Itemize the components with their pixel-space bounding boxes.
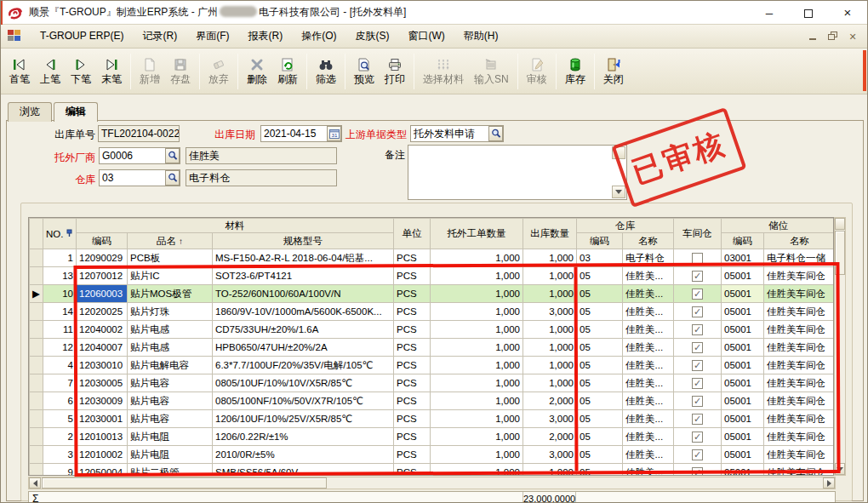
cell-material-name[interactable]: 贴片IC [128, 267, 213, 285]
minimize-button[interactable]: – [750, 1, 789, 25]
cell-unit[interactable]: PCS [394, 428, 431, 446]
cell-spec[interactable]: HPB0650/47UH/±20%/2A [213, 339, 394, 357]
mdi-close-button[interactable]: ✕ [847, 31, 859, 42]
cell-unit[interactable]: PCS [394, 321, 431, 339]
cell-location-code[interactable]: 05001 [722, 321, 764, 339]
workshop-checkbox[interactable]: ✓ [692, 414, 703, 425]
cell-spec[interactable]: 1206/10UF/10%/25V/X5R/85℃ [213, 410, 394, 428]
table-row[interactable]: 412030010贴片电解电容6.3*7.7/100UF/20%/35V/电解/… [30, 357, 835, 374]
row-selector-cell[interactable] [30, 428, 43, 446]
cell-material-code[interactable]: 12020025 [77, 303, 128, 321]
workshop-checkbox[interactable]: ✓ [692, 449, 703, 460]
cell-unit[interactable]: PCS [394, 285, 431, 303]
cell-location-code[interactable]: 05001 [722, 374, 764, 392]
cell-warehouse-code[interactable]: 05 [577, 392, 623, 410]
workshop-checkbox[interactable]: ✓ [692, 378, 703, 389]
cell-out-qty[interactable]: 3,000 [523, 303, 577, 321]
cell-location-name[interactable]: 佳胜美车间仓 [764, 392, 835, 410]
cell-location-code[interactable]: 03001 [722, 249, 764, 267]
warehouse-code-field[interactable]: 03 [99, 169, 180, 186]
cell-location-name[interactable]: 佳胜美车间仓 [764, 303, 835, 321]
workshop-checkbox[interactable]: ✓ [692, 324, 703, 335]
cell-workshop[interactable]: ✓ [674, 464, 722, 477]
cell-warehouse-name[interactable]: 电子料仓 [623, 249, 674, 267]
cell-no[interactable]: 1 [43, 249, 77, 267]
menu-item-3[interactable]: 报表(R) [238, 30, 292, 42]
cell-location-code[interactable]: 05001 [722, 285, 764, 303]
toolbar-button-prev[interactable]: 上笔 [35, 51, 66, 92]
table-row[interactable]: 1312070012贴片ICSOT23-6/PT4121PCS1,0001,00… [30, 267, 835, 285]
cell-warehouse-code[interactable]: 05 [577, 428, 623, 446]
vendor-code-field[interactable]: G0006 [99, 147, 180, 164]
workshop-checkbox[interactable]: ✓ [692, 342, 703, 353]
row-selector-cell[interactable] [30, 446, 43, 464]
cell-warehouse-code[interactable]: 05 [577, 357, 623, 374]
grid-horizontal-scrollbar[interactable] [28, 477, 836, 489]
cell-out-qty[interactable]: 1,000 [523, 285, 577, 303]
cell-material-name[interactable]: 贴片电感 [128, 339, 213, 357]
toolbar-button-stock[interactable]: 库存 [560, 51, 591, 92]
cell-no[interactable]: 5 [43, 410, 77, 428]
cell-order-qty[interactable]: 1,000 [431, 321, 523, 339]
cell-warehouse-name[interactable]: 佳胜美... [623, 285, 674, 303]
cell-material-name[interactable]: PCB板 [128, 249, 213, 267]
cell-no[interactable]: 13 [43, 267, 77, 285]
cell-workshop[interactable]: ✓ [674, 410, 722, 428]
out-date-field[interactable]: 2021-04-15 31 [260, 125, 342, 142]
table-row[interactable]: 112090029PCB板MS-F150-A2-R-L 2018-06-04/铝… [30, 249, 835, 267]
cell-location-code[interactable]: 05001 [722, 339, 764, 357]
toolbar-button-preview[interactable]: 预览 [349, 51, 380, 92]
cell-location-code[interactable]: 05001 [722, 464, 764, 477]
row-selector-cell[interactable] [30, 267, 43, 285]
workshop-checkbox[interactable]: ✓ [692, 271, 703, 282]
row-selector-cell[interactable]: ▶ [30, 285, 43, 303]
menu-item-2[interactable]: 界面(F) [186, 30, 238, 42]
workshop-checkbox[interactable]: ✓ [692, 396, 703, 407]
row-selector-cell[interactable] [30, 249, 43, 267]
toolbar-button-refresh[interactable]: 刷新 [272, 51, 303, 92]
cell-warehouse-name[interactable]: 佳胜美... [623, 303, 674, 321]
cell-no[interactable]: 6 [43, 392, 77, 410]
cell-workshop[interactable]: ✓ [674, 321, 722, 339]
cell-out-qty[interactable]: 2,000 [523, 428, 577, 446]
workshop-checkbox[interactable]: ✓ [692, 306, 703, 317]
cell-out-qty[interactable]: 1,000 [523, 374, 577, 392]
cell-warehouse-name[interactable]: 佳胜美... [623, 321, 674, 339]
cell-location-code[interactable]: 05001 [722, 428, 764, 446]
cell-spec[interactable]: 6.3*7.7/100UF/20%/35V/电解/105℃ [213, 357, 394, 374]
cell-unit[interactable]: PCS [394, 339, 431, 357]
cell-spec[interactable]: 0805/10UF/10%/10V/X5R/85℃ [213, 374, 394, 392]
cell-unit[interactable]: PCS [394, 374, 431, 392]
table-row[interactable]: 612030009贴片电容0805/100NF/10%/50V/X7R/105℃… [30, 392, 835, 410]
scroll-up-icon[interactable] [835, 218, 845, 230]
cell-material-name[interactable]: 贴片电阻 [128, 446, 213, 464]
cell-order-qty[interactable]: 1,000 [431, 374, 523, 392]
cell-out-qty[interactable]: 1,000 [523, 357, 577, 374]
cell-unit[interactable]: PCS [394, 249, 431, 267]
cell-no[interactable]: 9 [43, 464, 77, 477]
cell-spec[interactable]: 1206/0.22R/±1% [213, 428, 394, 446]
cell-workshop[interactable]: ✓ [674, 303, 722, 321]
row-selector-cell[interactable] [30, 374, 43, 392]
scroll-left-icon[interactable] [29, 477, 41, 489]
cell-location-name[interactable]: 佳胜美车间仓 [764, 285, 835, 303]
cell-warehouse-code[interactable]: 05 [577, 303, 623, 321]
cell-unit[interactable]: PCS [394, 464, 431, 477]
row-selector-cell[interactable] [30, 303, 43, 321]
maximize-button[interactable] [789, 1, 828, 25]
table-row[interactable]: 1412020025贴片灯珠1860/9V-10V/1000mA/5600K-6… [30, 303, 835, 321]
cell-out-qty[interactable]: 1,000 [523, 464, 577, 477]
table-row[interactable]: 312010002贴片电阻2010/0R/±5%PCS1,0003,00005佳… [30, 446, 835, 464]
toolbar-button-print[interactable]: 打印 [380, 51, 410, 92]
cell-location-code[interactable]: 05001 [722, 267, 764, 285]
cell-warehouse-code[interactable]: 03 [577, 249, 623, 267]
table-row[interactable]: 512030001贴片电容1206/10UF/10%/25V/X5R/85℃PC… [30, 410, 835, 428]
cell-spec[interactable]: SOT23-6/PT4121 [213, 267, 394, 285]
cell-no[interactable]: 14 [43, 303, 77, 321]
tab-edit[interactable]: 编辑 [54, 102, 98, 122]
cell-no[interactable]: 10 [43, 285, 77, 303]
cell-order-qty[interactable]: 1,000 [431, 285, 523, 303]
workshop-checkbox[interactable] [692, 253, 703, 264]
cell-out-qty[interactable]: 1,000 [523, 339, 577, 357]
cell-material-name[interactable]: 贴片电感 [128, 321, 213, 339]
